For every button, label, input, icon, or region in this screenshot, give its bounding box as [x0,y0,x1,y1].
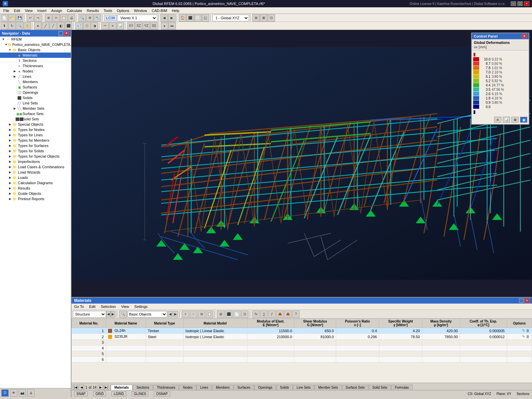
tb-btn-2[interactable]: ✂ [53,14,60,22]
prev-lc[interactable]: ◀ [161,14,168,22]
tb-calc-1[interactable]: fx [252,311,260,318]
nav-float-btn[interactable]: ⊡ [59,31,63,36]
shade-btn[interactable]: ◑ [91,22,98,30]
copy-row[interactable]: ⧉ [198,311,205,318]
cp-settings-btn[interactable]: ⚙ [511,117,519,123]
del-row[interactable]: − [190,311,197,318]
next-lc[interactable]: ▶ [168,14,176,22]
cp-view-btn[interactable]: ▣ [520,117,527,123]
open-button[interactable]: 📂 [8,14,16,22]
table-row-4[interactable]: 4 [72,345,532,351]
tree-types-special[interactable]: ▶ 📁 Types for Special Objects [0,154,71,159]
tab-sections[interactable]: Sections [133,385,153,390]
tb-btn-3[interactable]: 📋 [60,14,67,22]
nav-data-btn[interactable]: D [1,389,9,397]
tree-solids[interactable]: ⬛ Solids [0,95,71,100]
cell-name-2[interactable]: S235JR [106,334,146,340]
menu-edit-table[interactable]: Edit [88,304,97,309]
tree-surfaces[interactable]: ▣ Surfaces [0,84,71,90]
cell-name-5[interactable] [106,351,146,357]
tb-table-4[interactable]: ⊡ [241,311,248,318]
cp-table-btn[interactable]: ≡ [494,117,501,123]
node-btn[interactable]: ● [34,22,42,30]
cell-name-3[interactable] [106,340,146,345]
lgrid-btn[interactable]: LGRID [111,391,126,396]
tb-view-4[interactable]: ◱ [202,14,209,22]
menu-view-table[interactable]: View [120,304,130,309]
nav-view-btn[interactable]: 📷 [19,389,26,397]
materials-table-wrapper[interactable]: Material No. Material Name Material Type… [71,319,532,383]
save-button[interactable]: 💾 [16,14,23,22]
tree-calc-diagrams[interactable]: ▶ 📁 Calculation Diagrams [0,180,71,186]
redo-button[interactable]: ↪ [34,14,42,22]
tb-calc-3[interactable]: ƒ [268,311,276,318]
surface-btn[interactable]: ◧ [57,22,65,30]
table-row-3[interactable]: 3 [72,340,532,345]
tab-first[interactable]: |◀ [73,385,78,390]
tab-lines[interactable]: Lines [197,385,212,390]
line-btn[interactable]: ╱ [42,22,49,30]
cp-chart-btn[interactable]: 📊 [503,117,510,123]
tb-btn-10[interactable]: ⊡ [268,14,275,22]
menu-insert[interactable]: Insert [35,8,49,13]
tree-sections[interactable]: Ⅱ Sections [0,58,71,63]
undo-button[interactable]: ↩ [27,14,34,22]
tree-thicknesses[interactable]: ≡ Thicknesses [0,63,71,68]
cell-name-1[interactable]: GL24h [106,328,146,334]
nav-print-btn[interactable]: 🖨 [27,389,35,397]
table-row-6[interactable]: 6 [72,357,532,362]
tab-last[interactable]: ▶| [104,385,109,390]
tb-help[interactable]: ? [292,311,300,318]
tree-members[interactable]: ╲ Members [0,79,71,84]
bo-prev[interactable]: ◀ [168,311,173,318]
minimize-button[interactable]: ─ [511,1,516,6]
tree-types-nodes[interactable]: ▶ 📁 Types for Nodes [0,127,71,132]
nav-display-btn[interactable]: 👁 [10,389,17,397]
tab-formulas[interactable]: Formulas [391,385,413,390]
tree-line-sets[interactable]: ╱╱ Line Sets [0,100,71,106]
tab-materials[interactable]: Materials [111,385,132,390]
tb-btn-7[interactable]: 🔧 [94,14,101,22]
table-row-2[interactable]: 2 S235JR Steel Isotropic | Linear Elasti… [72,334,532,340]
rotate-btn[interactable]: ↻ [8,22,16,30]
cell-options-6[interactable] [507,357,532,362]
tree-basic-objects[interactable]: ▼ 📁 Basic Objects [0,47,71,53]
tree-nodes[interactable]: ▶ ● Nodes [0,68,71,74]
new-button[interactable]: 📄 [1,14,8,22]
tb-import[interactable]: 📥 [284,311,292,318]
basic-objects-dropdown[interactable]: Basic Objects [127,311,167,318]
tab-nodes[interactable]: Nodes [179,385,196,390]
menu-view[interactable]: View [23,8,35,13]
tree-rfem-root[interactable]: ▼ ▪ RFEM [0,37,71,42]
more-btn[interactable]: ▸ [161,22,168,30]
tab-solid-sets[interactable]: Solid Sets [369,385,391,390]
tb-calc-2[interactable]: ∑ [260,311,268,318]
tb-table-2[interactable]: ⬛ [225,311,232,318]
tb-btn-6[interactable]: ⚙ [86,14,93,22]
coord-system-dropdown[interactable]: 1 - Global XYZ [212,15,249,21]
result-btn[interactable]: ≡ [109,22,116,30]
close-button[interactable]: ✕ [524,1,529,6]
tb-btn-4[interactable]: 🖨 [68,14,75,22]
tree-surface-sets[interactable]: ▣▣ Surface Sets [0,111,71,116]
menu-assign[interactable]: Assign [49,8,64,13]
structure-next[interactable]: ▶ [111,311,115,318]
menu-help[interactable]: Help [170,8,182,13]
cell-options-4[interactable] [507,345,532,351]
tree-solid-sets[interactable]: ⬛⬛ Solid Sets [0,116,71,122]
tab-member-sets[interactable]: Member Sets [315,385,341,390]
paste-row[interactable]: 📋 [206,311,213,318]
deform-btn[interactable]: 〜 [101,22,109,30]
tb-btn-1[interactable]: ⊕ [45,14,52,22]
menu-cad-bim[interactable]: CAD-BIM [150,8,169,13]
tab-next[interactable]: ▶ [98,385,103,390]
table-row-5[interactable]: 5 [72,351,532,357]
pan-btn[interactable]: ✋ [24,22,31,30]
diagram-btn[interactable]: 📊 [117,22,124,30]
tb-export[interactable]: 📤 [276,311,284,318]
tree-imperfections[interactable]: ▶ 📁 Imperfections [0,159,71,164]
add-row[interactable]: + [182,311,189,318]
zoom-btn[interactable]: 🔍 [16,22,23,30]
tab-surfaces[interactable]: Surfaces [234,385,254,390]
tree-materials[interactable]: ◈ Materials [0,53,71,58]
